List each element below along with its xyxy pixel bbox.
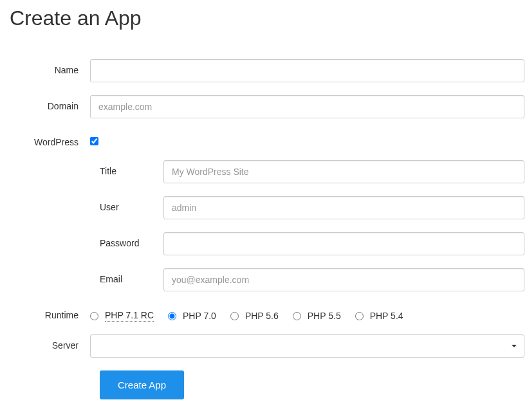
wp-user-input[interactable] — [163, 196, 524, 219]
wordpress-label: WordPress — [0, 131, 90, 147]
runtime-radio-php70[interactable] — [168, 312, 176, 320]
runtime-radio-php56[interactable] — [230, 312, 239, 320]
runtime-option-php55[interactable]: PHP 5.5 — [293, 311, 341, 321]
domain-label: Domain — [0, 95, 90, 111]
wordpress-checkbox[interactable] — [90, 137, 98, 145]
runtime-radio-label: PHP 5.6 — [245, 311, 279, 321]
wp-user-label: User — [0, 196, 163, 212]
runtime-radio-label: PHP 5.4 — [370, 311, 403, 321]
wp-title-input[interactable] — [163, 160, 524, 183]
runtime-radio-php54[interactable] — [355, 312, 364, 320]
page-title: Create an App — [0, 0, 527, 30]
runtime-option-php71rc[interactable]: PHP 7.1 RC — [90, 310, 154, 322]
runtime-label: Runtime — [0, 304, 90, 320]
wp-email-input[interactable] — [163, 268, 524, 291]
runtime-radio-php55[interactable] — [293, 312, 301, 320]
wp-title-label: Title — [0, 160, 163, 176]
create-app-form: Name Domain WordPress Title User — [0, 59, 527, 399]
runtime-radio-group: PHP 7.1 RC PHP 7.0 PHP 5.6 PHP 5.5 PHP 5… — [90, 304, 524, 322]
runtime-radio-label: PHP 7.0 — [183, 311, 216, 321]
runtime-radio-php71rc[interactable] — [90, 312, 98, 320]
wp-password-label: Password — [0, 232, 163, 248]
runtime-option-php70[interactable]: PHP 7.0 — [168, 311, 216, 321]
create-app-button[interactable]: Create App — [100, 370, 184, 399]
runtime-option-php56[interactable]: PHP 5.6 — [230, 311, 279, 321]
runtime-radio-label: PHP 7.1 RC — [105, 310, 154, 322]
runtime-option-php54[interactable]: PHP 5.4 — [355, 311, 403, 321]
name-input[interactable] — [90, 59, 524, 82]
name-label: Name — [0, 59, 90, 75]
server-select[interactable] — [90, 334, 524, 358]
runtime-radio-label: PHP 5.5 — [308, 311, 341, 321]
domain-input[interactable] — [90, 95, 524, 118]
wp-email-label: Email — [0, 268, 163, 284]
wordpress-subsection: Title User Password Email — [0, 160, 527, 291]
server-label: Server — [0, 334, 90, 351]
wp-password-input[interactable] — [163, 232, 524, 255]
